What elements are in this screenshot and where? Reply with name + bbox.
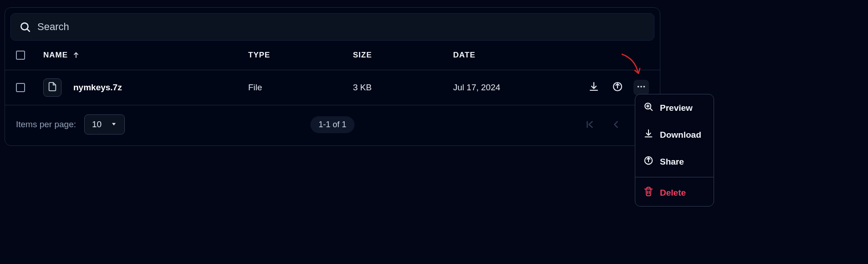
svg-line-13 [650,109,653,111]
column-label: DATE [453,51,475,59]
menu-item-preview[interactable]: Preview [635,94,714,121]
file-type-chip [43,78,61,97]
table-header: NAME TYPE SIZE DATE [5,41,660,70]
items-per-page-value: 10 [92,119,102,129]
svg-point-9 [643,86,645,88]
file-browser-panel: NAME TYPE SIZE DATE [5,7,660,146]
zoom-in-icon [643,102,654,114]
menu-item-label: Download [660,130,701,140]
more-actions-button[interactable] [633,80,649,95]
column-header-type[interactable]: TYPE [248,51,353,60]
file-icon [47,82,57,94]
items-per-page-select[interactable]: 10 [84,114,125,135]
file-type-cell: File [248,83,353,93]
sort-asc-icon [72,52,80,59]
more-horizontal-icon [636,82,646,94]
table-footer: Items per page: 10 1-1 of 1 [5,105,660,145]
column-header-size[interactable]: SIZE [353,51,453,60]
caret-down-icon [111,119,117,129]
column-header-date[interactable]: DATE [453,51,585,60]
table-row[interactable]: nymkeys.7z File 3 KB Jul 17, 2024 [5,70,660,105]
file-date-cell: Jul 17, 2024 [453,83,585,93]
page-info: 1-1 of 1 [310,116,354,133]
menu-item-download[interactable]: Download [635,121,714,148]
items-per-page-label: Items per page: [16,119,76,129]
svg-marker-10 [112,123,116,125]
svg-line-1 [27,29,30,31]
menu-item-share[interactable]: Share [635,148,714,175]
svg-point-7 [638,86,639,88]
prev-page-button[interactable] [610,118,623,131]
column-label: SIZE [353,51,372,59]
menu-item-label: Share [660,157,684,167]
share-icon [612,81,623,94]
first-page-button[interactable] [583,118,596,131]
menu-item-label: Preview [660,103,693,113]
search-bar[interactable] [10,13,654,41]
menu-separator [635,177,714,177]
download-button[interactable] [586,80,602,95]
search-input[interactable] [37,21,646,33]
select-all-checkbox[interactable] [16,51,25,60]
download-icon [588,81,599,94]
trash-icon [643,186,654,199]
share-button[interactable] [610,80,625,95]
file-name-cell: nymkeys.7z [73,83,122,93]
menu-item-delete[interactable]: Delete [635,179,714,206]
column-header-name[interactable]: NAME [43,51,248,60]
column-label: NAME [43,51,68,60]
menu-item-label: Delete [660,188,686,198]
row-context-menu: Preview Download Share [635,94,714,207]
svg-point-8 [640,86,642,88]
file-size-cell: 3 KB [353,83,453,93]
column-label: TYPE [248,51,270,59]
share-icon [643,155,654,168]
download-icon [643,129,654,141]
search-icon [19,21,31,33]
row-checkbox[interactable] [16,83,25,92]
